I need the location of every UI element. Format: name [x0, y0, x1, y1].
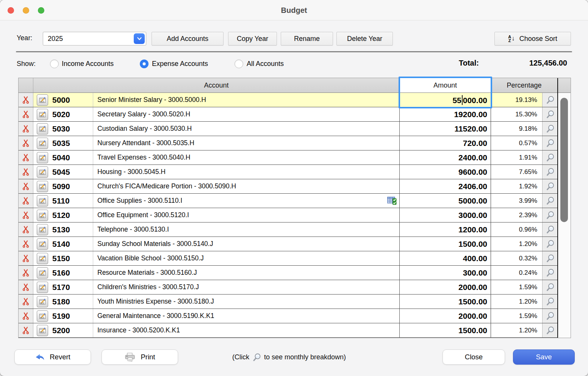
account-description[interactable]: Senior Minister Salary - 3000.5000.H — [93, 96, 399, 104]
vertical-scrollbar[interactable] — [557, 78, 571, 338]
edit-account-button[interactable] — [37, 210, 48, 221]
account-description[interactable]: Nursery Attendant - 3000.5035.H — [93, 139, 399, 147]
close-button[interactable]: Close — [443, 349, 505, 365]
monthly-breakdown-lookup-button[interactable] — [546, 297, 555, 306]
radio-all-accounts[interactable] — [235, 60, 243, 68]
delete-account-button[interactable] — [23, 298, 29, 306]
delete-account-button[interactable] — [23, 312, 29, 320]
monthly-breakdown-lookup-button[interactable] — [546, 211, 555, 219]
monthly-breakdown-lookup-button[interactable] — [546, 326, 555, 335]
choose-sort-button[interactable]: AZ↓ Choose Sort — [494, 32, 571, 45]
amount-cell[interactable]: 19200.00 — [400, 107, 491, 121]
radio-all-label[interactable]: All Accounts — [247, 60, 284, 68]
monthly-breakdown-lookup-button[interactable] — [546, 110, 555, 119]
delete-account-button[interactable] — [23, 197, 29, 205]
delete-account-button[interactable] — [23, 226, 29, 233]
monthly-breakdown-lookup-button[interactable] — [546, 96, 555, 104]
account-description[interactable]: Vacation Bible School - 3000.5150.J — [93, 254, 399, 262]
delete-account-button[interactable] — [23, 110, 29, 118]
account-description[interactable]: Travel Expenses - 3000.5040.H — [93, 154, 399, 161]
monthly-breakdown-lookup-button[interactable] — [546, 182, 555, 191]
account-description[interactable]: Secretary Salary - 3000.5020.H — [93, 110, 399, 118]
account-description[interactable]: Office Equipment - 3000.5120.I — [93, 211, 399, 219]
monthly-breakdown-lookup-button[interactable] — [546, 168, 555, 176]
edit-account-button[interactable] — [37, 195, 48, 207]
amount-cell[interactable]: 5000.00 — [400, 194, 491, 208]
delete-account-button[interactable] — [23, 326, 29, 334]
amount-cell[interactable]: 2000.00 — [400, 280, 491, 294]
delete-account-button[interactable] — [23, 168, 29, 176]
monthly-breakdown-lookup-button[interactable] — [546, 312, 555, 320]
edit-account-button[interactable] — [37, 253, 48, 264]
edit-account-button[interactable] — [37, 123, 48, 135]
delete-account-button[interactable] — [23, 240, 29, 248]
monthly-breakdown-lookup-button[interactable] — [546, 225, 555, 234]
delete-account-button[interactable] — [23, 139, 29, 147]
account-description[interactable]: Office Supplies - 3000.5110.I — [93, 197, 387, 205]
amount-cell[interactable]: 9600.00 — [400, 165, 491, 179]
save-button[interactable]: Save — [513, 349, 575, 365]
edit-account-button[interactable] — [37, 94, 48, 106]
account-description[interactable]: Children's Ministries - 3000.5170.J — [93, 283, 399, 291]
edit-account-button[interactable] — [37, 166, 48, 178]
monthly-breakdown-lookup-button[interactable] — [546, 240, 555, 248]
radio-expense-accounts[interactable] — [140, 60, 149, 68]
monthly-breakdown-lookup-button[interactable] — [546, 283, 555, 291]
edit-account-button[interactable] — [37, 238, 48, 250]
amount-cell[interactable]: 400.00 — [400, 251, 491, 265]
radio-income-accounts[interactable] — [50, 60, 59, 68]
delete-account-button[interactable] — [23, 125, 29, 133]
rename-button[interactable]: Rename — [281, 32, 333, 45]
account-description[interactable]: Insurance - 3000.5200.K.K1 — [93, 326, 399, 334]
amount-cell[interactable]: 300.00 — [400, 266, 491, 280]
amount-cell[interactable]: 55000.00 — [400, 93, 491, 107]
account-description[interactable]: General Maintenance - 3000.5190.K.K1 — [93, 312, 399, 320]
delete-account-button[interactable] — [23, 211, 29, 219]
print-button[interactable]: Print — [102, 349, 178, 365]
monthly-breakdown-lookup-button[interactable] — [546, 139, 555, 147]
scrollbar-thumb[interactable] — [560, 98, 568, 222]
account-description[interactable]: Church's FICA/Medicare Portion - 3000.50… — [93, 182, 399, 190]
amount-cell[interactable]: 2400.00 — [400, 150, 491, 164]
edit-account-button[interactable] — [37, 310, 48, 322]
monthly-breakdown-lookup-button[interactable] — [546, 124, 555, 133]
year-dropdown[interactable]: 2025 — [43, 32, 146, 45]
delete-account-button[interactable] — [23, 96, 29, 104]
account-description[interactable]: Custodian Salary - 3000.5030.H — [93, 125, 399, 133]
revert-button[interactable]: Revert — [14, 349, 91, 365]
delete-year-button[interactable]: Delete Year — [336, 32, 393, 45]
account-description[interactable]: Housing - 3000.5045.H — [93, 168, 399, 176]
delete-account-button[interactable] — [23, 182, 29, 190]
edit-account-button[interactable] — [37, 181, 48, 192]
account-description[interactable]: Sunday School Materials - 3000.5140.J — [93, 240, 399, 248]
amount-cell[interactable]: 1500.00 — [400, 237, 491, 251]
edit-account-button[interactable] — [37, 296, 48, 307]
amount-cell[interactable]: 1200.00 — [400, 222, 491, 237]
amount-cell[interactable]: 2000.00 — [400, 309, 491, 323]
account-description[interactable]: Resource Materials - 3000.5160.J — [93, 269, 399, 277]
copy-year-button[interactable]: Copy Year — [228, 32, 277, 45]
delete-account-button[interactable] — [23, 283, 29, 291]
monthly-breakdown-lookup-button[interactable] — [546, 254, 555, 263]
edit-account-button[interactable] — [37, 138, 48, 149]
amount-cell[interactable]: 3000.00 — [400, 208, 491, 222]
edit-account-button[interactable] — [37, 282, 48, 293]
edit-account-button[interactable] — [37, 109, 48, 120]
amount-cell[interactable]: 1500.00 — [400, 295, 491, 309]
monthly-breakdown-lookup-button[interactable] — [546, 153, 555, 162]
edit-account-button[interactable] — [37, 325, 48, 336]
add-accounts-button[interactable]: Add Accounts — [152, 32, 224, 45]
amount-cell[interactable]: 1500.00 — [400, 323, 491, 337]
edit-account-button[interactable] — [37, 224, 48, 235]
delete-account-button[interactable] — [23, 269, 29, 277]
delete-account-button[interactable] — [23, 154, 29, 161]
radio-income-label[interactable]: Income Accounts — [62, 60, 114, 68]
delete-account-button[interactable] — [23, 254, 29, 262]
monthly-breakdown-lookup-button[interactable] — [546, 268, 555, 277]
amount-cell[interactable]: 720.00 — [400, 136, 491, 150]
amount-cell[interactable]: 11520.00 — [400, 122, 491, 136]
account-description[interactable]: Telephone - 3000.5130.I — [93, 226, 399, 233]
monthly-breakdown-lookup-button[interactable] — [546, 196, 555, 205]
amount-cell[interactable]: 2406.00 — [400, 179, 491, 193]
radio-expense-label[interactable]: Expense Accounts — [152, 60, 208, 68]
